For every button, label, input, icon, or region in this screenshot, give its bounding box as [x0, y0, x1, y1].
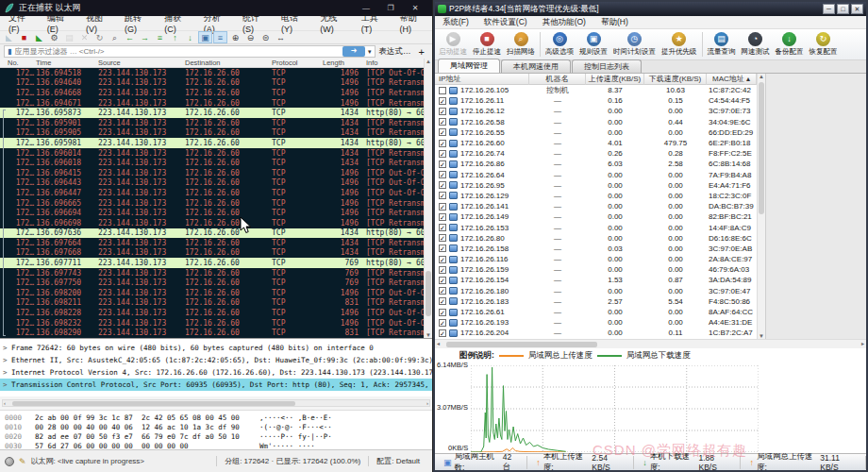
hex-line[interactable]: 001000 28 00 00 40 00 40 06 12 46 ac 10 … [0, 422, 432, 431]
packet-row[interactable]: 172…136.696447223.144.130.173172.16.26.6… [0, 188, 424, 198]
packet-row[interactable]: 172…136.694671223.144.130.173172.16.26.6… [0, 98, 424, 109]
hscroll-thumb[interactable] [446, 342, 597, 347]
capture-options-icon[interactable]: ⚙ [47, 31, 61, 43]
go-bottom-icon[interactable]: ↓ [183, 31, 197, 43]
control-checkbox[interactable]: ✓ [439, 234, 446, 242]
host-row[interactable]: ✓172.16.26.193—0.000.00A4:4E:31:DE [435, 317, 757, 328]
advanced-options-button[interactable]: ◎高级选项 [542, 32, 576, 57]
host-row[interactable]: ✓172.16.26.61—0.000.008A:AF:64:CC [435, 307, 757, 317]
close-file-icon[interactable]: ✕ [77, 31, 92, 43]
go-forward-icon[interactable]: → [138, 31, 152, 43]
host-row[interactable]: ✓172.16.26.204—0.000.111C:B7:2C:A7 [435, 328, 757, 338]
detail-line[interactable]: >Internet Protocol Version 4, Src: 172.1… [0, 366, 432, 379]
host-table-header[interactable]: IP地址机器名上传速度(KB/S)下载速度(KB/S)MAC地址 ▴ [435, 74, 757, 85]
host-row[interactable]: ✓172.16.26.158—0.030.003C:97:0E:AB [435, 244, 757, 254]
scroll-left-icon[interactable]: ◂ [437, 340, 440, 346]
host-row[interactable]: ✓172.16.26.80—0.000.00D6:16:8E:6C [435, 233, 757, 244]
filter-dropdown-caret[interactable]: ▾ [368, 48, 372, 56]
hex-line[interactable]: 003057 6d 27 06 00 00 00 00 00 00 00 00W… [0, 441, 432, 449]
host-row[interactable]: ✓172.16.26.141—0.000.00DA:BC:B7:39 [435, 201, 757, 211]
restore-config-button[interactable]: ↻恢复配置 [807, 32, 841, 57]
control-checkbox[interactable]: ✓ [439, 171, 446, 178]
packet-list-header[interactable]: No.TimeSourceDestinationProtocolLengthIn… [0, 59, 424, 68]
packet-row[interactable]: 172…136.694668223.144.130.173172.16.26.6… [0, 88, 424, 98]
control-checkbox[interactable]: ✓ [439, 256, 446, 263]
raise-priority-button[interactable]: ★提升优先级 [659, 32, 700, 57]
host-column-header[interactable]: IP地址 [435, 74, 529, 85]
minimize-button[interactable]: ─ [823, 4, 835, 14]
host-row[interactable]: ✓172.16.26.153—0.000.0014:4F:8A:C9 [435, 222, 757, 232]
traffic-query-button[interactable]: ▤流量查询 [705, 32, 739, 57]
packet-row[interactable]: 172…136.696018223.144.130.173172.16.26.6… [0, 158, 424, 168]
host-row[interactable]: ✓172.16.26.12—0.000.003C:97:0E:73 [435, 106, 757, 116]
expression-button[interactable]: 表达式… [379, 46, 411, 58]
detail-line[interactable]: >Transmission Control Protocol, Src Port… [0, 379, 432, 391]
control-checkbox[interactable]: ✓ [439, 266, 446, 274]
control-checkbox[interactable]: ✓ [439, 287, 446, 295]
packet-row[interactable]: 172…136.697711223.144.130.173172.16.26.6… [0, 258, 424, 268]
packet-list-scrollbar[interactable]: ▲ ▼ [424, 59, 432, 338]
find-packet-icon[interactable]: ⌕ [108, 31, 122, 43]
column-header-source[interactable]: Source [96, 59, 183, 67]
detail-hscrollbar[interactable]: ‹ › [0, 396, 432, 410]
control-checkbox[interactable]: ✓ [439, 309, 446, 316]
packet-row[interactable]: 172…136.697668223.144.130.173172.16.26.6… [0, 248, 424, 259]
p2p-titlebar[interactable]: P2P终结者4.34[当前网络管理优先级:最低] ─ □ ✕ [435, 2, 866, 16]
tab-本机网速使用[interactable]: 本机网速使用 [501, 59, 571, 73]
resize-columns-icon[interactable]: ↔ [274, 31, 288, 43]
packet-row[interactable]: 172…136.697664223.144.130.173172.16.26.6… [0, 238, 424, 248]
hscroll-track[interactable]: ‹ › [2, 399, 430, 407]
scroll-up-icon[interactable]: ▲ [426, 59, 431, 64]
display-filter-box[interactable]: ▮ ➜ ▾ [4, 45, 376, 58]
host-row[interactable]: ✓172.16.26.55—0.000.0066:DD:ED:29 [435, 127, 757, 138]
go-back-icon[interactable]: ← [123, 31, 137, 43]
close-button[interactable]: ✕ [851, 4, 863, 14]
scan-network-button[interactable]: ⌕扫描网络 [504, 32, 538, 57]
column-header-info[interactable]: Info [359, 59, 424, 67]
control-checkbox[interactable]: ✓ [439, 297, 446, 305]
hex-line[interactable]: 00002c ab 00 0f 99 3c 1c 87 2c 42 05 65 … [0, 413, 432, 422]
maximize-button[interactable]: □ [837, 4, 849, 14]
host-column-header[interactable]: 下载速度(KB/S) [644, 74, 707, 85]
reload-icon[interactable]: ↻ [92, 31, 107, 43]
host-column-header[interactable]: 机器名 [529, 74, 586, 85]
host-row[interactable]: ✓172.16.26.183—2.575.54F4:8C:50:86 [435, 296, 757, 307]
stop-capture-icon[interactable]: ■ [17, 31, 31, 43]
packet-row[interactable]: 172…136.696014223.144.130.173172.16.26.6… [0, 148, 424, 159]
packet-row[interactable]: 172…136.698200223.144.130.173172.16.26.6… [0, 288, 424, 298]
host-row[interactable]: ✓172.16.26.129—0.000.0018:C2:3C:0F [435, 191, 757, 201]
control-checkbox[interactable]: ✓ [439, 203, 446, 211]
packet-row[interactable]: 172…136.696694223.144.130.173172.16.26.6… [0, 208, 424, 218]
expander-icon[interactable]: > [3, 356, 11, 364]
tab-控制日志列表[interactable]: 控制日志列表 [572, 59, 642, 73]
scroll-right-icon[interactable]: › [426, 400, 428, 406]
expander-icon[interactable]: > [3, 380, 11, 389]
control-checkbox[interactable]: ✓ [439, 181, 446, 189]
restart-capture-icon[interactable]: ◣ [32, 31, 46, 43]
control-checkbox[interactable]: ✓ [439, 213, 446, 221]
open-file-icon[interactable]: ▤ [62, 31, 76, 43]
packet-row[interactable]: 172…136.694518223.144.130.173172.16.26.6… [0, 68, 424, 78]
packet-row[interactable]: 172…136.697750223.144.130.173172.16.26.6… [0, 278, 424, 288]
go-to-packet-icon[interactable]: ≡ [153, 31, 167, 43]
colorize-icon[interactable]: ≡ [213, 31, 227, 43]
control-checkbox[interactable]: ✓ [439, 319, 446, 327]
packet-row[interactable]: 172…136.695873223.144.130.173172.16.26.6… [0, 108, 424, 118]
host-row[interactable]: ✓172.16.26.149—0.000.0082:BF:BC:21 [435, 211, 757, 222]
scroll-down-icon[interactable]: ▼ [426, 332, 431, 338]
host-row[interactable]: ✓172.16.26.58—0.000.4434:04:9E:6C [435, 117, 757, 127]
menu-item[interactable]: 无线(W) [313, 12, 354, 34]
packet-row[interactable]: 172…136.694640223.144.130.173172.16.26.6… [0, 78, 424, 89]
host-table-hscrollbar[interactable]: ◂ ▸ [435, 339, 866, 348]
scroll-right-icon[interactable]: ▸ [861, 340, 864, 346]
column-header-protocol[interactable]: Protocol [270, 59, 321, 67]
column-header-no[interactable]: No. [0, 59, 34, 67]
speed-test-button[interactable]: ◔网速测试 [739, 32, 773, 57]
display-filter-input[interactable] [14, 47, 340, 56]
host-row[interactable]: ✓172.16.26.95—0.000.00E4:A4:71:F6 [435, 180, 757, 191]
start-capture-icon[interactable]: ◣ [2, 31, 16, 43]
column-header-time[interactable]: Time [34, 59, 96, 67]
stop-boost-button[interactable]: ■停止提速 [470, 32, 504, 57]
hscroll-thumb[interactable] [12, 401, 295, 406]
packet-row[interactable]: 172…136.698232223.144.130.173172.16.26.6… [0, 318, 424, 329]
